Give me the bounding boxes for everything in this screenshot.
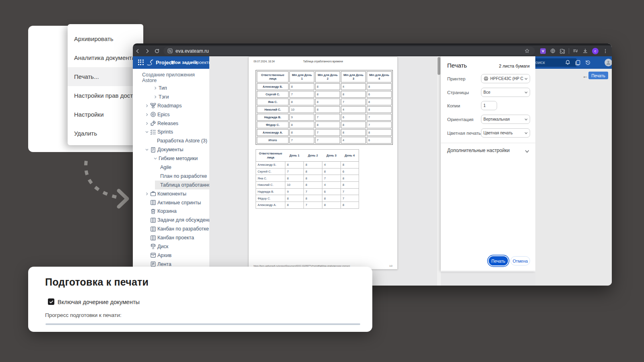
kebab-menu-icon[interactable] [601,47,610,55]
print-field-value: 1 [483,103,495,108]
sidebar-item[interactable]: План по разработке [133,172,209,181]
hours-cell: 7 [341,188,359,195]
sidebar-item[interactable]: Epics [133,110,209,119]
chevron-down-icon[interactable] [145,148,150,151]
app-print-button[interactable]: Печать [588,72,608,79]
table-row: Итого7746 [257,137,392,144]
chevron-down-icon[interactable] [525,148,529,155]
sidebar-item[interactable]: Тип [133,84,209,93]
chevron-right-icon[interactable] [145,122,150,125]
context-menu-item[interactable]: Удалить [68,124,143,143]
sidebar-item[interactable]: Корзина [133,207,209,216]
sidebar-item[interactable]: Канбан по разработке [133,224,209,233]
print-option-select[interactable]: Вертикальная [481,115,530,124]
table-row: Яна С.8878 [256,175,359,182]
app-grid-icon[interactable] [138,60,144,65]
sidebar-item-label: Releases [157,121,178,126]
include-children-checkbox[interactable] [48,298,54,305]
chevron-right-icon[interactable] [145,104,150,107]
reload-icon[interactable] [152,47,162,55]
additional-settings-label[interactable]: Дополнительные настройки [447,148,510,153]
table-row: Александр Б.8848 [257,83,392,90]
chevron-right-icon[interactable] [154,95,159,99]
chevron-down-icon[interactable] [145,130,150,134]
sidebar-item[interactable]: Releases [133,119,209,128]
documents-icon [150,147,157,153]
person-name-cell: Надежда В. [256,188,285,195]
sidebar-item[interactable]: Диск [133,242,209,251]
hours-cell: 9 [289,114,314,121]
forward-icon[interactable] [142,47,152,55]
extension-v-icon[interactable]: V [540,48,546,54]
sidebar-item[interactable]: Таблица отработанного времени [133,181,209,189]
context-menu-item[interactable]: Настройки прав доступа [68,86,143,105]
chevron-down-icon[interactable] [154,157,159,160]
hours-cell: 6 [341,168,359,175]
context-menu-item[interactable]: Аналитика документа [68,48,143,67]
back-icon[interactable] [133,47,142,55]
sidebar-item[interactable]: Компоненты [133,189,209,198]
address-bar[interactable]: eva.evateam.ru [163,47,535,55]
hours-cell: 8 [304,195,322,202]
chevron-right-icon[interactable] [145,113,150,116]
reading-list-icon[interactable] [571,47,580,55]
history-icon[interactable] [585,60,591,66]
notes-icon[interactable] [575,60,581,66]
worked-time-table-2: ОтветственныелицаДень 1День 2День 3День … [256,149,359,209]
preview-scrollbar-thumb[interactable] [438,57,440,75]
extensions-puzzle-icon[interactable] [557,47,567,55]
chevron-right-icon[interactable] [145,192,150,195]
print-settings-panel: Печать 2 листа бумаги ПринтерHPFCE43C (H… [441,56,535,272]
person-name-cell: Сергей С. [256,168,285,175]
print-confirm-button[interactable]: Печать [489,256,508,265]
sidebar-item[interactable]: Разработка Astore (3) [133,136,209,145]
hours-cell: 8 [367,106,392,113]
table-row: Александр А.8788 [257,129,392,136]
hours-cell: 8 [285,202,304,209]
context-menu-item[interactable]: Настройки [68,105,143,124]
preview-scrollbar[interactable] [437,56,441,286]
url-text[interactable]: eva.evateam.ru [175,48,522,54]
print-option-select[interactable]: Все [481,88,530,97]
copies-input[interactable]: 1 [481,101,497,110]
printer-select[interactable]: HPFCE43C (HP Color La: [481,74,530,83]
bookmark-star-icon[interactable] [522,47,532,55]
sidebar-item-label: Компоненты [157,191,186,197]
table-header-cell: День 2 [304,150,322,162]
sidebar-item[interactable]: Тэги [133,93,209,101]
sidebar-item-label: Задачи для обсуждения [157,217,209,223]
context-menu-item[interactable]: Печать... [68,67,143,86]
sidebar-item[interactable]: Канбан проекта [133,233,209,242]
context-menu-item[interactable]: Архивировать [68,29,143,48]
sidebar-item[interactable]: Документы [133,145,209,154]
sidebar-item[interactable]: Agile [133,163,209,172]
sidebar-item[interactable]: Активные спринты [133,198,209,207]
person-name-cell: Николай С. [256,182,285,189]
project-title[interactable]: Создание приложения Astore [133,74,209,82]
preview-page-indicator: 1/2 [389,265,392,267]
sheets-count: 2 листа бумаги [499,64,530,68]
browser-profile-avatar[interactable]: c [592,48,599,54]
sidebar-item[interactable]: Sprints [133,128,209,136]
sidebar-item[interactable]: Гибкие методики [133,154,209,163]
print-option-select[interactable]: Цветная печать [481,128,530,138]
sidebar-item[interactable]: Архив [133,251,209,260]
hours-cell: 8 [304,168,322,175]
site-info-icon[interactable] [167,47,173,55]
worked-time-table-1: ОтветственныелицаMin для День1Min для Де… [256,70,393,145]
bell-icon[interactable] [565,60,571,66]
back-arrow[interactable]: ← [582,73,588,79]
include-children-label[interactable]: Включая дочерние документы [58,299,140,305]
print-cancel-button[interactable]: Отмена [510,256,530,265]
settings-bottom-divider [441,271,535,271]
user-avatar[interactable] [605,59,612,66]
sidebar-item[interactable]: Задачи для обсуждения [133,216,209,224]
downloads-icon[interactable] [580,47,590,55]
chevron-right-icon[interactable] [154,86,159,90]
hours-cell: 7 [341,99,366,105]
sidebar-item[interactable]: Roadmaps [133,101,209,110]
globe-extension-icon[interactable] [548,47,557,55]
app-logo-icon[interactable] [146,58,154,68]
hours-cell: 4 [341,83,366,90]
table-header-cell: Ответственныелица [257,71,289,82]
